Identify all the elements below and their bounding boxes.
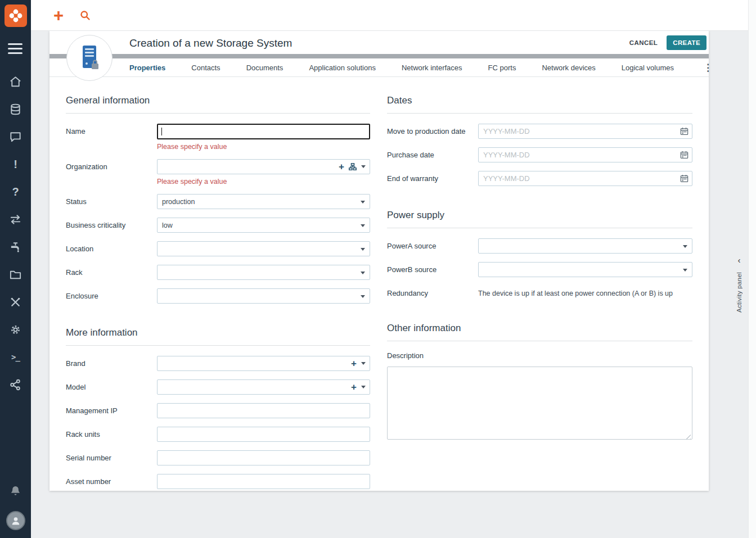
calendar-icon[interactable] xyxy=(680,127,688,135)
tab-properties[interactable]: Properties xyxy=(129,64,165,72)
organization-error: Please specify a value xyxy=(157,178,370,186)
sidebar-item-admin-tools[interactable] xyxy=(4,291,27,313)
tab-documents[interactable]: Documents xyxy=(246,64,284,72)
purchase-date-input[interactable] xyxy=(478,147,692,162)
name-label: Name xyxy=(66,124,157,135)
card-header: Creation of a new Storage System CANCEL … xyxy=(50,31,709,54)
calendar-icon[interactable] xyxy=(680,174,688,183)
home-icon xyxy=(9,75,22,88)
tab-network-interfaces[interactable]: Network interfaces xyxy=(402,64,462,72)
calendar-icon[interactable] xyxy=(680,151,688,159)
sidebar-item-incident[interactable]: ! xyxy=(4,153,27,175)
share-nodes-icon xyxy=(9,378,22,391)
organization-select[interactable]: + xyxy=(157,159,370,174)
description-wrapper xyxy=(387,367,692,442)
section-title-more: More information xyxy=(66,327,370,346)
add-model-icon[interactable]: + xyxy=(351,382,357,392)
sidebar-item-configuration[interactable] xyxy=(4,98,27,120)
search-icon xyxy=(79,10,91,21)
rack-select[interactable] xyxy=(157,265,370,280)
powera-select[interactable] xyxy=(478,238,692,254)
terminal-icon: >_ xyxy=(11,353,20,361)
sidebar-nav: ! ? >_ xyxy=(4,70,27,396)
field-row-serial: Serial number xyxy=(66,450,370,465)
sidebar-item-helpdesk[interactable] xyxy=(4,125,27,148)
move-date-input[interactable] xyxy=(478,124,692,139)
faucet-icon xyxy=(9,241,22,254)
location-select[interactable] xyxy=(157,241,370,256)
criticality-select[interactable]: low xyxy=(157,218,370,233)
caret-down-icon xyxy=(361,295,365,298)
storage-system-avatar xyxy=(66,35,112,81)
logo-flower-icon xyxy=(8,8,23,23)
app-logo[interactable] xyxy=(4,4,27,27)
sidebar-item-change[interactable] xyxy=(4,208,27,230)
tab-network-devices[interactable]: Network devices xyxy=(542,64,595,72)
global-search-button[interactable] xyxy=(79,10,91,21)
status-select[interactable]: production xyxy=(157,194,370,209)
warranty-date-input[interactable] xyxy=(478,171,692,186)
field-row-purchase-date: Purchase date xyxy=(387,147,692,162)
swap-arrows-icon xyxy=(9,213,22,226)
field-row-move-date: Move to production date xyxy=(387,124,692,139)
description-textarea[interactable] xyxy=(387,367,692,440)
section-title-dates: Dates xyxy=(387,95,692,114)
user-avatar[interactable] xyxy=(6,511,25,530)
field-row-asset: Asset number xyxy=(66,474,370,489)
activity-panel-toggle[interactable]: ‹ Activity panel xyxy=(736,256,742,313)
tab-logical-volumes[interactable]: Logical volumes xyxy=(622,64,674,72)
purchase-date-label: Purchase date xyxy=(387,147,478,159)
asset-number-input[interactable] xyxy=(157,474,370,489)
notifications-button[interactable] xyxy=(4,480,27,502)
name-input[interactable] xyxy=(157,124,370,139)
left-column: General information Name Please specify … xyxy=(66,95,370,498)
field-row-organization: Organization + P xyxy=(66,159,370,186)
tab-fc-ports[interactable]: FC ports xyxy=(488,64,516,72)
sidebar: ! ? >_ xyxy=(0,0,31,538)
tab-application-solutions[interactable]: Application solutions xyxy=(309,64,376,72)
model-select[interactable]: + xyxy=(157,379,370,395)
powera-label: PowerA source xyxy=(387,238,478,250)
caret-down-icon xyxy=(361,272,365,274)
create-button[interactable]: CREATE xyxy=(667,35,706,50)
sidebar-item-home[interactable] xyxy=(4,70,27,93)
sidebar-item-problem[interactable]: ? xyxy=(4,180,27,203)
header-divider-band xyxy=(50,54,709,58)
serial-number-input[interactable] xyxy=(157,450,370,465)
new-object-button[interactable]: + xyxy=(53,7,64,24)
tabs-overflow-button[interactable]: ⋮ xyxy=(700,63,716,73)
add-organization-icon[interactable]: + xyxy=(339,162,344,171)
enclosure-select[interactable] xyxy=(157,288,370,304)
activity-panel-label: Activity panel xyxy=(736,272,742,313)
field-row-warranty-date: End of warranty xyxy=(387,171,692,186)
brand-select[interactable]: + xyxy=(157,356,370,371)
bell-icon xyxy=(9,485,22,498)
sidebar-item-share[interactable] xyxy=(4,373,27,396)
text-cursor xyxy=(161,128,162,135)
field-row-powera: PowerA source xyxy=(387,238,692,254)
field-row-name: Name Please specify a value xyxy=(66,124,370,151)
add-brand-icon[interactable]: + xyxy=(351,359,357,368)
serial-number-label: Serial number xyxy=(66,450,157,462)
page-scrollbar[interactable] xyxy=(748,0,756,538)
field-row-criticality: Business criticality low xyxy=(66,218,370,233)
exclamation-icon: ! xyxy=(14,159,17,170)
sidebar-item-service-management[interactable] xyxy=(4,236,27,258)
sidebar-item-data-administration[interactable] xyxy=(4,263,27,286)
field-row-redundancy: Redundancy The device is up if at least … xyxy=(387,286,692,299)
sidebar-item-settings[interactable] xyxy=(4,318,27,341)
caret-down-icon xyxy=(361,224,365,227)
cancel-button[interactable]: CANCEL xyxy=(628,37,659,48)
database-icon xyxy=(9,103,22,116)
rack-units-input[interactable] xyxy=(157,427,370,442)
menu-toggle-button[interactable] xyxy=(8,40,24,56)
hierarchy-icon[interactable] xyxy=(349,163,357,170)
powerb-select[interactable] xyxy=(478,262,692,277)
management-ip-input[interactable] xyxy=(157,403,370,418)
field-row-model: Model + xyxy=(66,379,370,395)
enclosure-label: Enclosure xyxy=(66,288,157,300)
gear-icon xyxy=(9,323,22,336)
tab-contacts[interactable]: Contacts xyxy=(191,64,220,72)
sidebar-item-console[interactable]: >_ xyxy=(4,346,27,368)
sidebar-bottom xyxy=(4,480,27,538)
